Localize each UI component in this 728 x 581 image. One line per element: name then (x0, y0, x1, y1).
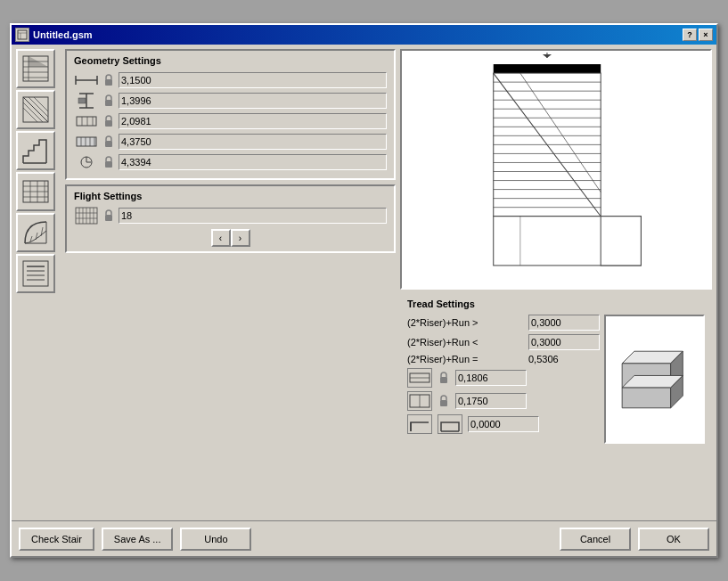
svg-rect-89 (601, 217, 641, 266)
tread-settings: Tread Settings (2*Riser)+Run > (2*Riser)… (400, 294, 712, 448)
footer: Check Stair Save As ... Undo Cancel OK (12, 520, 716, 556)
tread-input-2[interactable] (528, 334, 600, 350)
check-stair-button[interactable]: Check Stair (19, 528, 94, 551)
svg-rect-53 (105, 141, 112, 147)
tread-row-3: (2*Riser)+Run = 0,5306 (407, 354, 600, 364)
geometry-title: Geometry Settings (74, 55, 387, 66)
tread-3d-preview (604, 315, 705, 444)
stair-preview-area (400, 49, 712, 290)
geometry-input-3[interactable] (119, 113, 387, 129)
svg-rect-66 (105, 215, 112, 221)
lock-icon-2 (102, 94, 115, 107)
svg-rect-29 (23, 261, 48, 286)
geometry-field-row-3 (74, 112, 387, 130)
tread-preview-svg (606, 322, 703, 438)
geometry-input-4[interactable] (119, 134, 387, 150)
lock-icon-flight (102, 209, 115, 222)
svg-rect-57 (105, 161, 112, 168)
tread-field-row-1 (407, 368, 600, 388)
svg-rect-68 (494, 64, 601, 73)
tread-height-input[interactable] (455, 393, 527, 409)
lock-icon-tread-1 (438, 372, 450, 384)
main-window: Untitled.gsm ? × (10, 23, 718, 558)
cancel-button[interactable]: Cancel (560, 528, 631, 551)
toolbar-btn-3[interactable] (16, 131, 55, 170)
svg-rect-37 (105, 79, 112, 86)
tread-nose-icon1 (407, 414, 432, 434)
content-area: Geometry Settings (12, 45, 716, 520)
app-icon (15, 28, 29, 42)
lock-icon-5 (102, 156, 115, 168)
lock-icon-tread-2 (438, 395, 450, 407)
titlebar-controls: ? × (683, 29, 713, 41)
tread-left: (2*Riser)+Run > (2*Riser)+Run < (2*Riser… (407, 315, 600, 444)
svg-rect-47 (105, 120, 112, 127)
svg-line-14 (23, 102, 43, 122)
svg-marker-105 (622, 388, 671, 408)
svg-rect-43 (77, 117, 96, 126)
flight-icon (74, 207, 99, 225)
toolbar-btn-5[interactable] (16, 213, 55, 252)
geometry-settings-box: Geometry Settings (65, 49, 396, 180)
toolbar-btn-2[interactable] (16, 90, 55, 129)
tread-height-icon (407, 391, 432, 411)
svg-rect-48 (77, 137, 96, 146)
svg-rect-0 (18, 30, 27, 39)
flight-title: Flight Settings (74, 191, 387, 201)
flight-field-row (74, 207, 387, 225)
tread-depth-icon (407, 368, 432, 388)
tread-row-2: (2*Riser)+Run < (407, 334, 600, 350)
stair-height-icon (74, 92, 99, 110)
middle-panel: Geometry Settings (65, 49, 396, 516)
titlebar-left: Untitled.gsm (15, 28, 93, 42)
save-as-button[interactable]: Save As ... (102, 528, 174, 551)
svg-rect-42 (105, 100, 112, 106)
footer-left: Check Stair Save As ... Undo (19, 528, 251, 551)
geometry-input-5[interactable] (119, 154, 387, 170)
tread-label-1: (2*Riser)+Run > (407, 317, 523, 328)
lock-icon-4 (102, 135, 115, 148)
stair-total-height-icon (74, 153, 99, 171)
tread-field-row-2 (407, 391, 600, 411)
tread-depth-input[interactable] (455, 370, 527, 386)
footer-right: Cancel OK (560, 528, 709, 551)
geometry-input-1[interactable] (119, 72, 387, 88)
tread-input-1[interactable] (528, 315, 600, 331)
svg-line-12 (29, 97, 48, 117)
arrow-right-btn[interactable]: › (231, 229, 250, 247)
ok-button[interactable]: OK (638, 528, 709, 551)
tread-label-2: (2*Riser)+Run < (407, 337, 523, 348)
tread-nose-icon2 (438, 414, 462, 434)
svg-line-11 (23, 97, 48, 122)
tread-main: (2*Riser)+Run > (2*Riser)+Run < (2*Riser… (407, 315, 705, 444)
flight-input[interactable] (119, 208, 387, 224)
flight-settings-box: Flight Settings (65, 184, 396, 253)
titlebar: Untitled.gsm ? × (12, 25, 716, 45)
toolbar-btn-4[interactable] (16, 172, 55, 211)
geometry-field-row-2 (74, 92, 387, 110)
tread-row-1: (2*Riser)+Run > (407, 315, 600, 331)
stair-run-icon (74, 112, 99, 130)
arrow-left-btn[interactable]: ‹ (211, 229, 231, 247)
tread-title: Tread Settings (407, 299, 705, 309)
tread-label-3: (2*Riser)+Run = (407, 354, 523, 364)
tread-bottom-row (407, 414, 600, 434)
stair-width-icon (74, 71, 99, 89)
geometry-input-2[interactable] (119, 93, 387, 109)
svg-rect-94 (440, 377, 447, 383)
svg-rect-97 (440, 400, 447, 406)
right-panel: Tread Settings (2*Riser)+Run > (2*Riser)… (400, 49, 712, 516)
stair-total-run-icon (74, 133, 99, 151)
geometry-field-row-5 (74, 153, 387, 171)
undo-button[interactable]: Undo (180, 528, 251, 551)
window-title: Untitled.gsm (33, 29, 93, 40)
toolbar-btn-1[interactable] (16, 49, 55, 88)
tread-nose-input[interactable] (468, 416, 539, 432)
close-button[interactable]: × (699, 29, 713, 41)
tread-value-3: 0,5306 (528, 354, 559, 364)
help-button[interactable]: ? (683, 29, 697, 41)
toolbar-btn-6[interactable] (16, 254, 55, 293)
stair-preview-svg (402, 51, 710, 288)
left-toolbar (16, 49, 61, 516)
svg-rect-41 (78, 98, 86, 103)
